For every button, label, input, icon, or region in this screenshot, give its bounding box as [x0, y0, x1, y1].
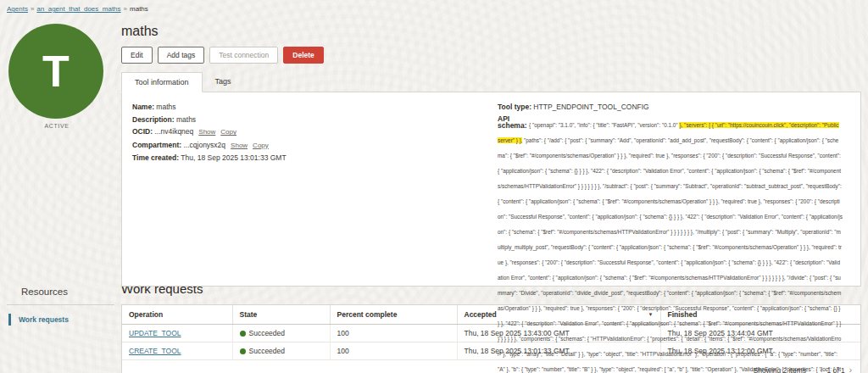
compartment-label: Compartment: [132, 141, 181, 149]
delete-button[interactable]: Delete [283, 47, 324, 64]
avatar: T [8, 24, 103, 119]
ocid-field: OCID: ...nv4ikqneqShowCopy [132, 127, 487, 136]
name-field: Name: maths [132, 103, 487, 111]
test-connection-button[interactable]: Test connection [209, 47, 278, 64]
description-label: Description: [132, 115, 175, 124]
tab-tags[interactable]: Tags [203, 72, 244, 92]
ocid-show-link[interactable]: Show [198, 128, 215, 136]
compartment-show-link[interactable]: Show [231, 142, 248, 149]
state-value: Succeeded [249, 329, 286, 337]
ocid-copy-link[interactable]: Copy [220, 128, 236, 136]
compartment-copy-link[interactable]: Copy [253, 142, 269, 149]
breadcrumb-agents-link[interactable]: Agents [7, 5, 28, 13]
status-dot [240, 348, 246, 354]
tool-type-field: Tool type: HTTP_ENDPOINT_TOOL_CONFIG [498, 103, 850, 111]
column-header-percent-complete[interactable]: Percent complete [330, 305, 457, 325]
ocid-value: ...nv4ikqneq [154, 127, 193, 136]
compartment-field: Compartment: ...cqjonysx2qShowCopy [132, 141, 487, 150]
tab-tool-information[interactable]: Tool information [121, 72, 203, 92]
api-schema-field: API schema: { "openapi": "3.1.0", "info"… [498, 115, 843, 373]
ocid-label: OCID: [132, 127, 153, 136]
tool-type-value: HTTP_ENDPOINT_TOOL_CONFIG [533, 103, 648, 111]
state-value: Succeeded [249, 347, 286, 355]
action-buttons: Edit Add tags Test connection Delete [121, 47, 861, 64]
description-value: maths [176, 115, 196, 124]
status-dot [240, 331, 246, 337]
name-label: Name: [132, 103, 154, 111]
page-title: maths [121, 24, 861, 39]
compartment-value: ...cqjonysx2q [183, 141, 225, 149]
work-request-link[interactable]: CREATE_TOOL [129, 347, 181, 355]
percent-complete-value: 100 [330, 325, 457, 342]
next-page-icon[interactable]: › [849, 365, 852, 373]
edit-button[interactable]: Edit [121, 47, 153, 64]
time-created-field: Time created: Thu, 18 Sep 2025 13:01:33 … [132, 153, 487, 162]
resources-heading: Resources [7, 287, 114, 297]
sidebar-divider [7, 304, 114, 305]
column-header-operation[interactable]: Operation [122, 305, 232, 325]
api-schema-label: API schema: [498, 115, 529, 130]
status-badge: ACTIVE [8, 123, 105, 129]
time-created-label: Time created: [132, 153, 179, 162]
tool-type-label: Tool type: [498, 103, 531, 111]
sidebar-item-work-requests[interactable]: Work requests [8, 314, 114, 326]
add-tags-button[interactable]: Add tags [158, 47, 205, 64]
resource-avatar-block: T ACTIVE [8, 24, 105, 129]
avatar-letter: T [42, 49, 70, 93]
details-right-column: Tool type: HTTP_ENDPOINT_TOOL_CONFIG API… [498, 92, 860, 286]
main-content: maths Edit Add tags Test connection Dele… [121, 24, 861, 287]
time-created-value: Thu, 18 Sep 2025 13:01:33 GMT [181, 153, 286, 162]
breadcrumb-agent-link[interactable]: an_agent_that_does_maths [36, 5, 120, 13]
api-schema-text-before: { "openapi": "3.1.0", "info": { "title":… [529, 122, 679, 128]
accepted-header-label: Accepted [465, 310, 497, 319]
breadcrumb: Agents»an_agent_that_does_maths»maths [7, 5, 148, 13]
api-schema-value: { "openapi": "3.1.0", "info": { "title":… [498, 122, 843, 373]
detail-tabs: Tool information Tags [121, 72, 861, 92]
tool-information-panel: Name: maths Description: maths OCID: ...… [121, 92, 861, 287]
breadcrumb-separator: » [124, 5, 127, 13]
column-header-state[interactable]: State [232, 305, 330, 325]
name-value: maths [156, 103, 175, 111]
percent-complete-value: 100 [330, 342, 457, 360]
details-left-column: Name: maths Description: maths OCID: ...… [122, 92, 498, 286]
breadcrumb-separator: » [31, 5, 34, 13]
api-schema-text-after: "paths": { "/add": { "post": { "summary"… [498, 137, 843, 373]
breadcrumb-current: maths [130, 5, 148, 13]
resources-sidebar: Resources Work requests [7, 287, 114, 326]
description-field: Description: maths [132, 115, 487, 124]
work-request-link[interactable]: UPDATE_TOOL [129, 329, 181, 337]
